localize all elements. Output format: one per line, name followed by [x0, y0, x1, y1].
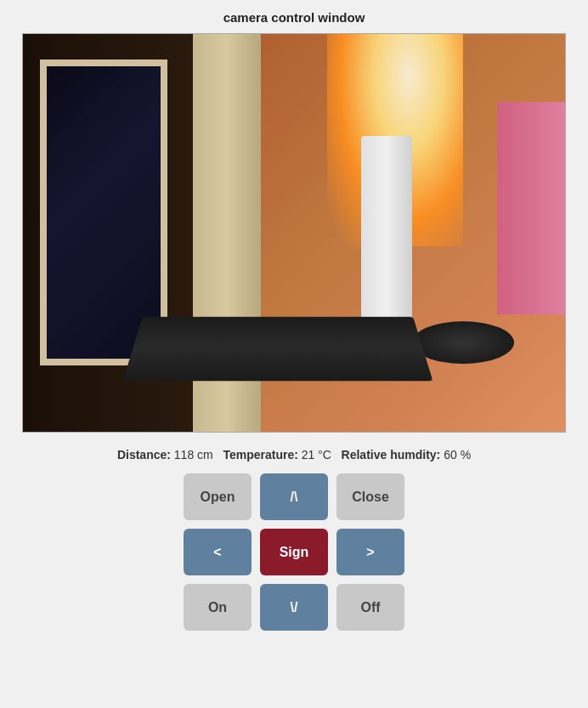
sensor-info: Distance: 118 cm Temperature: 21 °C Rela… — [117, 433, 471, 473]
humidity-value: 60 % — [444, 448, 471, 462]
off-button[interactable]: Off — [336, 584, 404, 631]
on-button[interactable]: On — [184, 584, 252, 631]
distance-value: 118 cm — [174, 448, 213, 462]
sign-button[interactable]: Sign — [260, 529, 328, 575]
control-row-2: < Sign > — [184, 529, 404, 575]
control-row-1: Open /\ Close — [184, 473, 404, 520]
humidity-label: Relative humdity: — [342, 448, 441, 462]
open-button[interactable]: Open — [184, 473, 252, 520]
temperature-value: 21 °C — [302, 448, 331, 462]
controls-panel: Open /\ Close < Sign > On \/ Off — [184, 473, 404, 656]
down-button[interactable]: \/ — [260, 584, 328, 631]
temperature-label: Temperature: — [223, 448, 297, 462]
left-button[interactable]: < — [184, 529, 252, 575]
page-title: camera control window — [223, 0, 365, 33]
right-button[interactable]: > — [336, 529, 404, 575]
camera-feed — [22, 33, 566, 433]
up-button[interactable]: /\ — [260, 473, 328, 520]
close-button[interactable]: Close — [336, 473, 404, 520]
control-row-3: On \/ Off — [184, 584, 404, 631]
distance-label: Distance: — [117, 448, 171, 462]
